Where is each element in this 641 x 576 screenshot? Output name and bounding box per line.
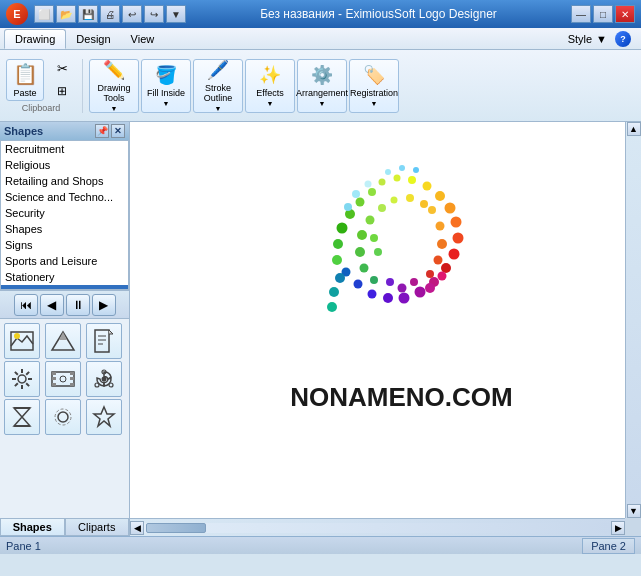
toolbar-redo[interactable]: ↪ [144, 5, 164, 23]
shape-icon-hourglass[interactable] [4, 399, 40, 435]
svg-point-59 [329, 287, 339, 297]
panel-pin-button[interactable]: 📌 [95, 124, 109, 138]
tab-shapes[interactable]: Shapes [0, 518, 65, 536]
registration-button[interactable]: 🏷️ Registration ▼ [349, 59, 399, 113]
menu-drawing[interactable]: Drawing [4, 29, 66, 49]
menu-bar: Drawing Design View Style ▼ ? [0, 28, 641, 50]
svg-point-28 [95, 383, 99, 387]
svg-point-54 [383, 293, 393, 303]
svg-point-48 [452, 233, 463, 244]
svg-point-42 [393, 175, 400, 182]
copy-button[interactable]: ⊞ [48, 81, 76, 101]
menu-view[interactable]: View [121, 29, 165, 49]
list-item[interactable]: Sports and Leisure [1, 253, 128, 269]
svg-point-50 [441, 263, 451, 273]
svg-point-44 [422, 182, 431, 191]
list-item[interactable]: Retailing and Shops [1, 173, 128, 189]
drawing-tools-button[interactable]: ✏️ Drawing Tools ▼ [89, 59, 139, 113]
minimize-button[interactable]: — [571, 5, 591, 23]
shape-icon-landscape[interactable] [4, 323, 40, 359]
shape-icon-mountain[interactable] [45, 323, 81, 359]
toolbar-undo[interactable]: ↩ [122, 5, 142, 23]
menu-style[interactable]: Style ▼ ? [562, 29, 637, 49]
horizontal-scrollbar[interactable]: ◀ ▶ [130, 518, 625, 536]
paste-button[interactable]: 📋 Paste [6, 59, 44, 101]
svg-point-85 [425, 283, 435, 293]
tab-cliparts[interactable]: Cliparts [65, 518, 130, 536]
pane2-label[interactable]: Pane 2 [582, 538, 635, 554]
svg-point-52 [414, 287, 425, 298]
svg-point-41 [378, 179, 385, 186]
svg-point-65 [365, 216, 374, 225]
svg-point-66 [357, 230, 367, 240]
list-item[interactable]: Science and Techno... [1, 189, 128, 205]
arrangement-group: ⚙️ Arrangement ▼ [297, 59, 347, 113]
close-button[interactable]: ✕ [615, 5, 635, 23]
shape-icon-star-dashed[interactable] [45, 399, 81, 435]
scroll-left-button[interactable]: ◀ [130, 521, 144, 535]
shape-icon-document[interactable] [86, 323, 122, 359]
cut-button[interactable]: ✂ [48, 59, 76, 79]
shape-icon-gear[interactable] [4, 361, 40, 397]
scroll-up-button[interactable]: ▲ [627, 122, 641, 136]
svg-line-16 [15, 383, 18, 386]
svg-point-71 [435, 222, 444, 231]
nav-pause-button[interactable]: ⏸ [66, 294, 90, 316]
svg-point-58 [335, 273, 345, 283]
svg-point-80 [410, 278, 418, 286]
svg-rect-18 [52, 372, 56, 375]
svg-point-39 [333, 239, 343, 249]
fill-inside-group: 🪣 Fill Inside ▼ [141, 59, 191, 113]
list-item[interactable]: Religious [1, 157, 128, 173]
fill-inside-button[interactable]: 🪣 Fill Inside ▼ [141, 59, 191, 113]
svg-marker-29 [14, 408, 30, 426]
registration-group: 🏷️ Registration ▼ [349, 59, 399, 113]
panel-controls: 📌 ✕ [95, 124, 125, 138]
svg-point-82 [352, 190, 360, 198]
list-item[interactable]: Security [1, 205, 128, 221]
svg-point-40 [332, 255, 342, 265]
svg-point-27 [109, 383, 113, 387]
svg-rect-19 [52, 377, 56, 380]
svg-point-75 [390, 197, 397, 204]
svg-point-68 [359, 264, 368, 273]
shape-icon-film[interactable] [45, 361, 81, 397]
effects-button[interactable]: ✨ Effects ▼ [245, 59, 295, 113]
menu-design[interactable]: Design [66, 29, 120, 49]
svg-marker-34 [94, 407, 114, 426]
svg-point-72 [437, 239, 447, 249]
svg-point-36 [355, 198, 364, 207]
help-icon[interactable]: ? [615, 31, 631, 47]
svg-rect-20 [52, 383, 56, 386]
logo-text: NONAMENO.COM [282, 382, 522, 413]
nav-prev-button[interactable]: ◀ [40, 294, 64, 316]
toolbar-print[interactable]: 🖨 [100, 5, 120, 23]
list-item[interactable]: Recruitment [1, 141, 128, 157]
scroll-down-button[interactable]: ▼ [627, 504, 641, 518]
list-item[interactable]: Stationery [1, 269, 128, 285]
toolbar-save[interactable]: 💾 [78, 5, 98, 23]
panel-close-button[interactable]: ✕ [111, 124, 125, 138]
list-item[interactable]: Signs [1, 237, 128, 253]
vertical-scrollbar[interactable]: ▲ ▼ [625, 122, 641, 518]
svg-point-83 [344, 203, 352, 211]
toolbar-new[interactable]: ⬜ [34, 5, 54, 23]
shape-icon-star[interactable] [86, 399, 122, 435]
shapes-list[interactable]: Recruitment Religious Retailing and Shop… [0, 140, 129, 290]
stroke-outline-button[interactable]: 🖊️ Stroke Outline ▼ [193, 59, 243, 113]
list-item[interactable]: Shapes [1, 221, 128, 237]
scroll-right-button[interactable]: ▶ [611, 521, 625, 535]
drawing-tools-group: ✏️ Drawing Tools ▼ [89, 59, 139, 113]
nav-first-button[interactable]: ⏮ [14, 294, 38, 316]
svg-point-1 [14, 333, 20, 339]
maximize-button[interactable]: □ [593, 5, 613, 23]
svg-point-70 [428, 206, 436, 214]
toolbar-open[interactable]: 📂 [56, 5, 76, 23]
shapes-icons-area [0, 318, 129, 518]
toolbar-extra[interactable]: ▼ [166, 5, 186, 23]
arrangement-button[interactable]: ⚙️ Arrangement ▼ [297, 59, 347, 113]
svg-rect-4 [95, 330, 109, 352]
nav-next-button[interactable]: ▶ [92, 294, 116, 316]
svg-line-15 [26, 372, 29, 375]
shape-icon-biohazard[interactable] [86, 361, 122, 397]
